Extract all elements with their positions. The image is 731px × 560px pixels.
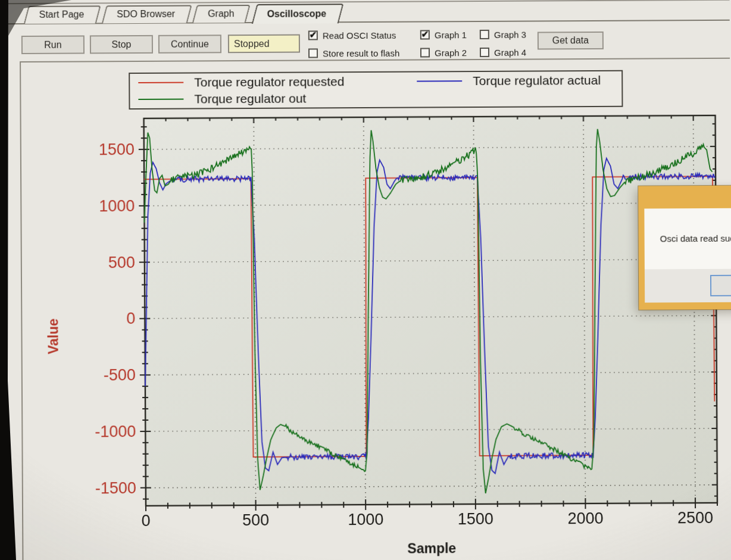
svg-text:0: 0 — [126, 309, 135, 327]
svg-text:-500: -500 — [104, 366, 136, 384]
y-tick-labels: -1500-1000-500050010001500 — [93, 140, 136, 497]
svg-text:500: 500 — [242, 511, 269, 529]
popup-message: Osci data read suc — [660, 233, 731, 244]
chart-legend: Torque regulator requested Torque regula… — [129, 70, 623, 110]
osci-read-popup: Osci data read suc — [638, 186, 731, 310]
svg-text:500: 500 — [108, 254, 135, 271]
legend-label: Torque regulator actual — [473, 73, 601, 88]
svg-text:-1500: -1500 — [95, 479, 136, 497]
svg-text:1500: 1500 — [458, 510, 493, 528]
popup-ok-button[interactable] — [710, 275, 731, 296]
svg-text:1000: 1000 — [348, 511, 383, 528]
legend-label: Torque regulator requested — [194, 74, 344, 89]
svg-text:2000: 2000 — [567, 509, 603, 527]
y-axis-title: Value — [45, 318, 61, 354]
svg-text:2500: 2500 — [677, 509, 713, 527]
svg-text:-1000: -1000 — [95, 423, 136, 440]
popup-footer — [645, 268, 731, 302]
legend-item-requested: Torque regulator requested — [130, 74, 408, 90]
plot-area — [144, 115, 717, 506]
svg-text:1500: 1500 — [99, 140, 135, 158]
x-tick-labels: 05001000150020002500 — [142, 509, 714, 530]
popup-body: Osci data read suc — [644, 208, 731, 302]
legend-item-out: Torque regulator out — [130, 91, 408, 107]
legend-line-green — [138, 99, 183, 100]
svg-text:0: 0 — [142, 512, 151, 530]
application-window: Start Page SDO Browser Graph Oscilloscop… — [0, 0, 731, 560]
legend-label: Torque regulator out — [194, 92, 306, 107]
svg-text:1000: 1000 — [99, 197, 135, 215]
legend-item-actual: Torque regulator actual — [408, 73, 621, 89]
legend-line-red — [138, 82, 183, 83]
legend-line-blue — [417, 80, 462, 82]
x-axis-title: Sample — [407, 540, 456, 556]
